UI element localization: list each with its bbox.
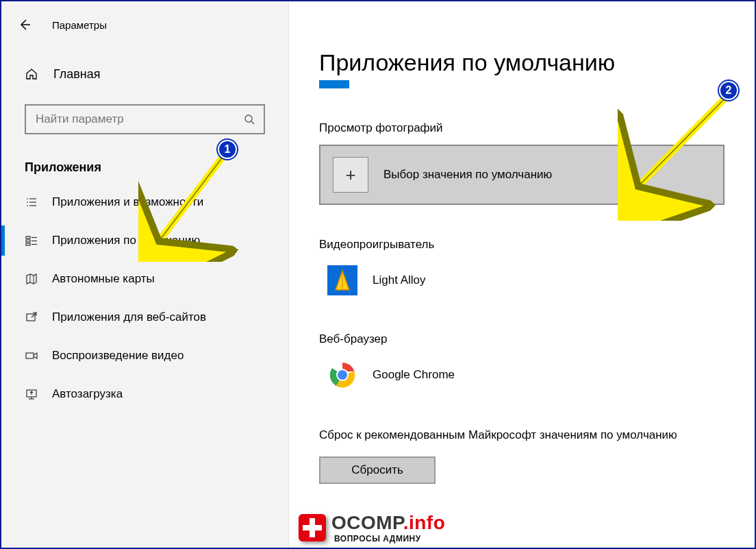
web-browser-app-button[interactable]: Google Chrome <box>319 356 724 394</box>
watermark-main2: .info <box>403 512 446 533</box>
search-input[interactable] <box>26 112 235 126</box>
map-icon <box>25 272 40 286</box>
reset-description: Сброс к рекомендованным Майкрософт значе… <box>319 427 703 444</box>
svg-line-1 <box>251 121 254 124</box>
accent-strip <box>319 80 349 88</box>
sidebar-item-apps-features[interactable]: Приложения и возможности <box>1 183 288 221</box>
sidebar-item-label: Приложения для веб-сайтов <box>52 310 206 324</box>
sidebar-item-label: Приложения и возможности <box>52 195 203 209</box>
category-web-browser: Веб-браузер <box>319 332 724 346</box>
sidebar-item-label: Автозагрузка <box>52 387 123 401</box>
annotation-badge-1-text: 1 <box>225 143 231 156</box>
settings-window: Параметры Главная Приложения Приложения … <box>0 0 756 549</box>
plus-icon: + <box>333 157 368 193</box>
startup-icon <box>25 387 40 401</box>
annotation-badge-1: 1 <box>218 140 237 159</box>
sidebar-item-label: Автономные карты <box>52 272 155 286</box>
sidebar-item-default-apps[interactable]: Приложения по умолчанию <box>1 221 288 260</box>
sidebar-item-video-playback[interactable]: Воспроизведение видео <box>1 337 288 375</box>
sidebar: Параметры Главная Приложения Приложения … <box>1 1 289 548</box>
watermark-sub: ВОПРОСЫ АДМИНУ <box>331 534 445 544</box>
svg-rect-10 <box>26 240 30 242</box>
home-icon <box>25 67 40 81</box>
watermark-cross-icon <box>299 514 326 541</box>
defaults-icon <box>25 234 40 247</box>
svg-point-0 <box>245 115 252 122</box>
search-icon[interactable] <box>235 114 264 125</box>
content-area: Приложения по умолчанию Просмотр фотогра… <box>289 1 755 548</box>
category-photo-viewer: Просмотр фотографий <box>319 121 724 135</box>
light-alloy-icon <box>327 265 357 295</box>
video-player-app-button[interactable]: Light Alloy <box>319 261 724 300</box>
svg-line-17 <box>32 313 36 317</box>
video-icon <box>25 349 40 363</box>
video-player-app-label: Light Alloy <box>373 273 426 287</box>
open-external-icon <box>25 310 40 324</box>
google-chrome-icon <box>327 360 357 390</box>
page-title: Приложения по умолчанию <box>319 49 724 76</box>
titlebar: Параметры <box>1 8 288 41</box>
watermark-main1: OCOMP <box>331 512 403 533</box>
sidebar-home[interactable]: Главная <box>1 55 288 93</box>
svg-rect-8 <box>26 236 30 239</box>
choose-default-label: Выбор значения по умолчанию <box>383 168 552 182</box>
arrow-left-icon <box>18 18 32 32</box>
sidebar-item-startup[interactable]: Автозагрузка <box>1 375 288 413</box>
sidebar-item-offline-maps[interactable]: Автономные карты <box>1 260 288 298</box>
watermark-text: OCOMP.info ВОПРОСЫ АДМИНУ <box>331 512 445 544</box>
watermark-main: OCOMP.info <box>331 512 445 534</box>
sidebar-home-label: Главная <box>53 67 101 82</box>
sidebar-item-label: Воспроизведение видео <box>52 349 184 363</box>
web-browser-app-label: Google Chrome <box>373 368 455 382</box>
reset-button[interactable]: Сбросить <box>319 456 436 484</box>
annotation-badge-2-text: 2 <box>726 84 732 97</box>
back-button[interactable] <box>11 11 38 38</box>
svg-rect-18 <box>26 353 34 358</box>
search-box[interactable] <box>25 104 265 134</box>
svg-rect-12 <box>26 243 30 245</box>
watermark: OCOMP.info ВОПРОСЫ АДМИНУ <box>299 512 445 544</box>
sidebar-item-apps-for-websites[interactable]: Приложения для веб-сайтов <box>1 298 288 337</box>
choose-default-photo-button[interactable]: + Выбор значения по умолчанию <box>319 145 724 205</box>
svg-point-26 <box>338 370 347 380</box>
reset-button-label: Сбросить <box>351 463 403 477</box>
list-icon <box>25 195 40 209</box>
category-video-player: Видеопроигрыватель <box>319 238 724 252</box>
sidebar-item-label: Приложения по умолчанию <box>52 234 200 247</box>
annotation-badge-2: 2 <box>719 81 738 100</box>
sidebar-section-title: Приложения <box>25 160 288 175</box>
window-title: Параметры <box>52 19 107 31</box>
